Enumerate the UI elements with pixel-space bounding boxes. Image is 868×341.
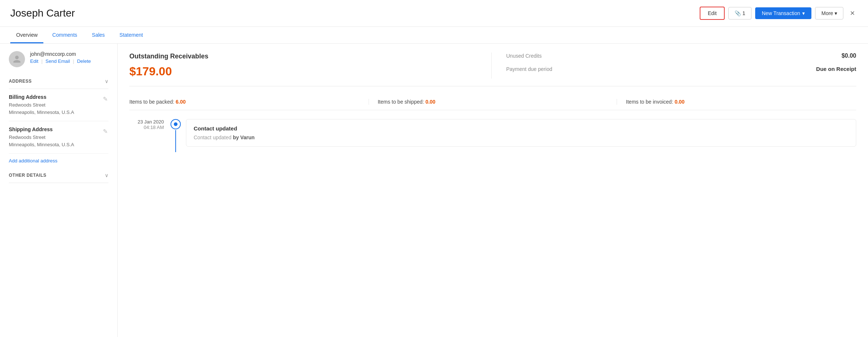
- billing-address-block: Billing Address Redwoods Street Minneapo…: [9, 89, 108, 121]
- timeline-item: 23 Jan 2020 04:18 AM Contact updated Con…: [129, 119, 856, 152]
- address-section-header[interactable]: ADDRESS ∨: [9, 74, 108, 89]
- contact-info: john@mnccorp.com Edit | Send Email | Del…: [30, 51, 108, 64]
- shipping-edit-icon[interactable]: ✎: [102, 127, 108, 136]
- receivables-left: Outstanding Receivables $179.00: [129, 53, 492, 79]
- new-transaction-label: New Transaction: [762, 10, 800, 16]
- tab-comments[interactable]: Comments: [46, 27, 83, 43]
- page-title: Joseph Carter: [10, 7, 700, 19]
- timeline-card: Contact updated Contact updated by Varun: [186, 119, 856, 147]
- payment-due-value: Due on Receipt: [816, 66, 856, 72]
- other-details-chevron-icon: ∨: [105, 172, 108, 178]
- timeline-date: 23 Jan 2020: [129, 119, 164, 125]
- billing-address-label: Billing Address: [9, 94, 74, 100]
- add-address-link[interactable]: Add additional address: [9, 154, 108, 168]
- unused-credits-value: $0.00: [842, 53, 856, 59]
- outstanding-amount: $179.00: [129, 65, 480, 78]
- shipping-address-label: Shipping Address: [9, 126, 74, 132]
- timeline-line: [170, 119, 182, 152]
- edit-button[interactable]: Edit: [700, 7, 725, 20]
- timeline-time: 04:18 AM: [129, 125, 164, 130]
- attach-button[interactable]: 📎 1: [728, 7, 752, 19]
- tab-sales[interactable]: Sales: [86, 27, 111, 43]
- right-content: Outstanding Receivables $179.00 Unused C…: [118, 44, 868, 337]
- tab-bar: Overview Comments Sales Statement: [0, 27, 868, 44]
- items-row: Items to be packed: 6.00 Items to be shi…: [129, 94, 856, 110]
- items-shipped-value: 0.00: [426, 99, 435, 105]
- items-invoiced-stat: Items to be invoiced: 0.00: [617, 99, 856, 105]
- items-packed-label: Items to be packed:: [129, 99, 174, 105]
- billing-address-line2: Minneapolis, Minnesota, U.S.A: [9, 109, 74, 116]
- tab-statement[interactable]: Statement: [114, 27, 149, 43]
- other-details-label: OTHER DETAILS: [9, 173, 46, 178]
- outstanding-label: Outstanding Receivables: [129, 53, 480, 60]
- items-packed-value: 6.00: [176, 99, 186, 105]
- billing-edit-icon[interactable]: ✎: [102, 95, 108, 103]
- timeline-card-title: Contact updated: [194, 125, 849, 132]
- timeline-card-body: Contact updated by Varun: [194, 134, 849, 140]
- timeline-vertical-line: [175, 130, 176, 152]
- attach-count: 1: [742, 10, 745, 16]
- close-button[interactable]: ×: [847, 7, 858, 19]
- avatar: [9, 51, 25, 67]
- more-chevron-icon: ▾: [835, 10, 837, 16]
- contact-links: Edit | Send Email | Delete: [30, 58, 108, 64]
- header-actions: Edit 📎 1 New Transaction ▾ More ▾ ×: [700, 7, 858, 20]
- unused-credits-label: Unused Credits: [506, 53, 542, 59]
- shipping-address-block: Shipping Address Redwoods Street Minneap…: [9, 121, 108, 154]
- timeline-date-col: 23 Jan 2020 04:18 AM: [129, 119, 170, 130]
- contact-send-email-link[interactable]: Send Email: [46, 58, 70, 64]
- new-transaction-button[interactable]: New Transaction ▾: [755, 7, 811, 19]
- contact-edit-link[interactable]: Edit: [30, 58, 38, 64]
- tab-overview[interactable]: Overview: [10, 27, 43, 43]
- sidebar: john@mnccorp.com Edit | Send Email | Del…: [0, 44, 118, 337]
- address-section-label: ADDRESS: [9, 79, 32, 84]
- contact-email: john@mnccorp.com: [30, 51, 108, 57]
- items-packed-stat: Items to be packed: 6.00: [129, 99, 369, 105]
- billing-address-line1: Redwoods Street: [9, 101, 74, 109]
- items-invoiced-value: 0.00: [675, 99, 685, 105]
- more-label: More: [821, 10, 833, 16]
- address-chevron-icon: ∨: [105, 78, 108, 84]
- items-shipped-label: Items to be shipped:: [378, 99, 424, 105]
- timeline-dot: [171, 119, 181, 129]
- items-shipped-stat: Items to be shipped: 0.00: [369, 99, 617, 105]
- page-header: Joseph Carter Edit 📎 1 New Transaction ▾…: [0, 0, 868, 27]
- shipping-address-line1: Redwoods Street: [9, 134, 74, 141]
- items-invoiced-label: Items to be invoiced:: [626, 99, 673, 105]
- main-content: john@mnccorp.com Edit | Send Email | Del…: [0, 44, 868, 337]
- chevron-down-icon: ▾: [802, 10, 805, 16]
- unused-credits-row: Unused Credits $0.00: [506, 53, 857, 59]
- payment-due-row: Payment due period Due on Receipt: [506, 66, 857, 72]
- contact-delete-link[interactable]: Delete: [77, 58, 91, 64]
- shipping-address-line2: Minneapolis, Minnesota, U.S.A: [9, 141, 74, 148]
- timeline-section: 23 Jan 2020 04:18 AM Contact updated Con…: [129, 110, 856, 152]
- receivables-right: Unused Credits $0.00 Payment due period …: [492, 53, 857, 79]
- receivables-section: Outstanding Receivables $179.00 Unused C…: [129, 53, 856, 86]
- payment-due-label: Payment due period: [506, 66, 552, 72]
- more-button[interactable]: More ▾: [815, 7, 843, 19]
- other-details-section-header[interactable]: OTHER DETAILS ∨: [9, 168, 108, 183]
- contact-row: john@mnccorp.com Edit | Send Email | Del…: [9, 51, 108, 67]
- paperclip-icon: 📎: [735, 10, 741, 16]
